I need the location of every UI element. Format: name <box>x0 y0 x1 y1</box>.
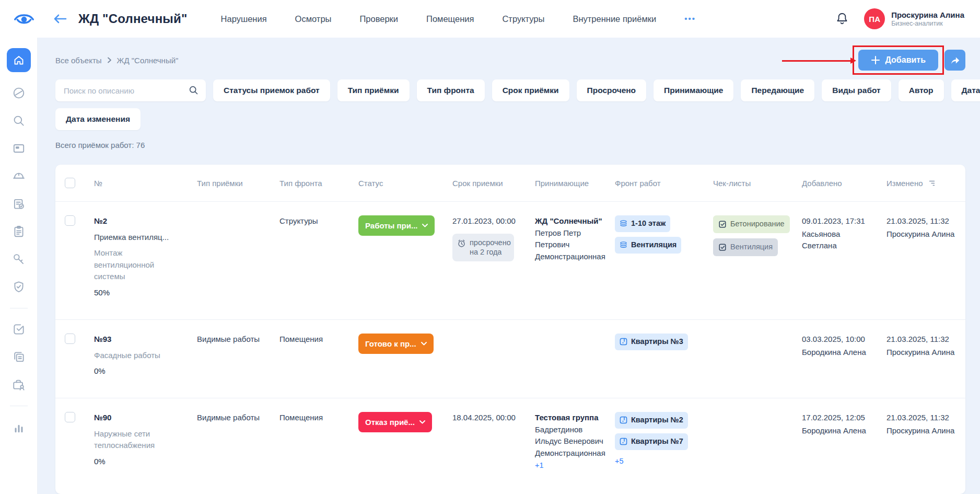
alarm-clock-icon <box>457 239 466 248</box>
checklist-label: Вентиляция <box>730 242 773 253</box>
search-input[interactable] <box>55 79 206 101</box>
user-menu[interactable]: ПА Проскурина Алина Бизнес-аналитик <box>864 8 964 29</box>
breadcrumb-root[interactable]: Все объекты <box>55 56 102 65</box>
deadline-date: 27.01.2023, 00:00 <box>452 215 528 227</box>
work-front-badge[interactable]: Квартиры №3 <box>615 334 688 350</box>
back-arrow-icon[interactable] <box>53 13 67 25</box>
sidebar-item-violations-icon[interactable] <box>12 86 26 100</box>
checklist-badge[interactable]: Бетонирование <box>713 215 790 233</box>
sidebar-item-analytics-bars-icon[interactable] <box>12 420 26 434</box>
column-header-work-front[interactable]: Фронт работ <box>615 165 713 201</box>
column-header-accepting[interactable]: Принимающие <box>535 165 615 201</box>
search-field <box>55 79 206 101</box>
column-header-front-type[interactable]: Тип фронта <box>279 165 358 201</box>
annotation-arrow <box>782 60 851 62</box>
added-date: 09.01.2023, 17:31 <box>802 215 879 227</box>
main-nav: Нарушения Осмотры Проверки Помещения Стр… <box>221 14 696 24</box>
row-checkbox[interactable] <box>65 412 75 422</box>
work-front-label: Квартиры №7 <box>631 436 683 447</box>
nav-internal-acceptances[interactable]: Внутренние приёмки <box>573 14 656 24</box>
sidebar-item-acceptance-check-icon[interactable] <box>12 197 26 211</box>
changed-date: 21.03.2025, 11:32 <box>886 334 958 346</box>
sidebar-item-tasks-check-icon[interactable] <box>12 323 26 336</box>
filter-chip-acceptance-deadline[interactable]: Срок приёмки <box>492 79 569 101</box>
table-row[interactable]: №90 Наружные сети теплоснабжения 0% Види… <box>55 398 965 480</box>
work-front-badge[interactable]: Вентиляция <box>615 237 681 254</box>
nav-structures[interactable]: Структуры <box>502 14 544 24</box>
row-subtitle: Фасадные работы <box>94 350 172 362</box>
nav-inspections[interactable]: Осмотры <box>295 14 332 24</box>
added-author: Бородкина Алена <box>802 347 879 359</box>
filter-chip-acceptance-type[interactable]: Тип приёмки <box>337 79 410 101</box>
filter-chip-acceptance-statuses[interactable]: Статусы приемок работ <box>213 79 330 101</box>
overdue-badge: просрочено на 2 года <box>452 234 514 262</box>
sidebar-item-search-icon[interactable] <box>12 114 26 128</box>
column-header-changed[interactable]: Изменено <box>886 179 923 188</box>
status-dropdown-button[interactable]: Готово к пр... <box>358 334 434 354</box>
column-header-number[interactable]: № <box>94 165 197 201</box>
filter-chip-work-types[interactable]: Виды работ <box>822 79 891 101</box>
row-percent: 0% <box>94 456 190 468</box>
nav-more-ellipsis-icon[interactable]: ••• <box>684 14 696 24</box>
column-header-status[interactable]: Статус <box>358 165 452 201</box>
accepting-more-link[interactable]: +1 <box>535 460 608 472</box>
sidebar-item-card-icon[interactable] <box>12 142 26 155</box>
row-number: №2 <box>94 215 190 227</box>
share-arrow-icon <box>949 54 961 66</box>
filter-chip-date-added[interactable]: Дата добавления <box>951 79 980 101</box>
row-checkbox[interactable] <box>65 334 75 344</box>
cell-front-type: Помещения <box>279 320 358 398</box>
filter-chip-accepting[interactable]: Принимающие <box>654 79 733 101</box>
chevron-down-icon <box>419 420 425 424</box>
work-front-badge[interactable]: Квартиры №7 <box>615 433 688 450</box>
row-checkbox[interactable] <box>65 215 75 226</box>
sidebar-item-briefcase-user-icon[interactable] <box>12 378 26 392</box>
filter-chip-date-changed[interactable]: Дата изменения <box>55 108 141 130</box>
table-row[interactable]: №93 Фасадные работы 0% Видимые работы По… <box>55 319 965 398</box>
status-dropdown-button[interactable]: Отказ приё... <box>358 412 432 432</box>
nav-violations[interactable]: Нарушения <box>221 14 267 24</box>
select-all-checkbox[interactable] <box>65 178 75 188</box>
status-dropdown-button[interactable]: Работы при... <box>358 215 435 236</box>
work-front-badge[interactable]: Квартиры №2 <box>615 412 688 429</box>
notifications-bell-icon[interactable] <box>836 12 848 26</box>
nav-premises[interactable]: Помещения <box>426 14 474 24</box>
work-front-more-link[interactable]: +5 <box>615 456 706 467</box>
status-label: Отказ приё... <box>365 418 415 427</box>
checklist-badge[interactable]: Вентиляция <box>713 238 778 256</box>
share-button[interactable] <box>944 50 965 71</box>
column-header-deadline[interactable]: Срок приемки <box>452 165 535 201</box>
overdue-label: просрочено на 2 года <box>470 238 511 258</box>
filter-chip-front-type[interactable]: Тип фронта <box>417 79 485 101</box>
accepting-org: Демонстрационная <box>535 447 608 459</box>
nav-checks[interactable]: Проверки <box>359 14 398 24</box>
work-front-badge[interactable]: 1-10 этаж <box>615 215 670 232</box>
sidebar-item-documents-copy-icon[interactable] <box>12 350 26 364</box>
filter-chip-overdue[interactable]: Просрочено <box>577 79 647 101</box>
row-number: №93 <box>94 334 190 346</box>
add-button[interactable]: Добавить <box>858 50 939 71</box>
search-icon[interactable] <box>188 85 199 98</box>
work-front-label: Вентиляция <box>631 239 676 251</box>
column-header-acceptance-type[interactable]: Тип приёмки <box>197 165 279 201</box>
table-row[interactable]: №2 Приемка вентиляц... Монтаж вентиляцио… <box>55 201 965 319</box>
sidebar-item-home-icon[interactable] <box>7 48 31 72</box>
layers-icon <box>620 241 627 249</box>
sort-icon[interactable] <box>928 179 936 187</box>
page-title: ЖД "Солнечный" <box>78 12 188 26</box>
column-header-added[interactable]: Добавлено <box>802 165 886 201</box>
filter-chip-transferring[interactable]: Передающие <box>741 79 814 101</box>
added-author: Касьянова Светлана <box>802 228 870 252</box>
sidebar-item-helmet-icon[interactable] <box>12 169 26 183</box>
app-logo-eye-icon[interactable] <box>13 11 36 27</box>
add-button-label: Добавить <box>885 55 926 65</box>
sidebar-item-clipboard-icon[interactable] <box>12 225 26 238</box>
column-header-checklists[interactable]: Чек-листы <box>713 165 802 201</box>
layers-icon <box>620 220 627 227</box>
filter-chip-author[interactable]: Автор <box>899 79 944 101</box>
sidebar-divider <box>10 406 28 406</box>
sidebar-item-shield-icon[interactable] <box>12 280 26 294</box>
breadcrumb: Все объекты ЖД "Солнечный" <box>55 56 178 65</box>
sidebar-item-keys-icon[interactable] <box>12 252 26 266</box>
check-square-icon <box>718 243 727 251</box>
